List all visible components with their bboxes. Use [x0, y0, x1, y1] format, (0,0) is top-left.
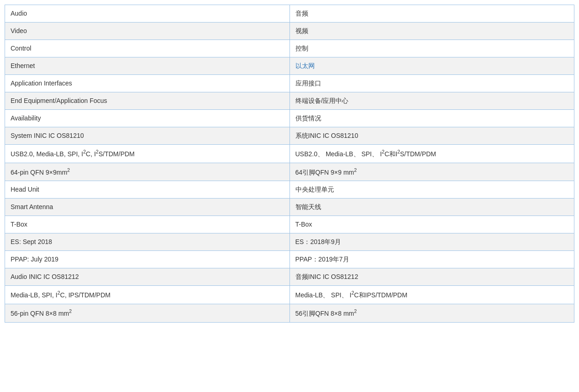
table-row: PPAP: July 2019PPAP：2019年7月	[5, 251, 574, 268]
cell-en: T-Box	[5, 216, 290, 233]
cell-zh: T-Box	[290, 216, 574, 233]
table-row: 56-pin QFN 8×8 mm256引脚QFN 8×8 mm2	[5, 304, 574, 322]
table-row: USB2.0, Media-LB, SPI, I2C, I2S/TDM/PDMU…	[5, 145, 574, 163]
cell-en: Availability	[5, 110, 290, 127]
cell-zh: USB2.0、 Media-LB、 SPI、 I2C和I2S/TDM/PDM	[290, 145, 574, 163]
table-row: Audio音频	[5, 5, 574, 23]
table-row: Head Unit中央处理单元	[5, 181, 574, 199]
table-row: Smart Antenna智能天线	[5, 199, 574, 216]
cell-zh: 64引脚QFN 9×9 mm2	[290, 163, 574, 181]
table-row: Application Interfaces应用接口	[5, 75, 574, 92]
table-row: T-BoxT-Box	[5, 216, 574, 233]
cell-en: PPAP: July 2019	[5, 251, 290, 268]
cell-zh: 应用接口	[290, 75, 574, 92]
cell-zh: 供货情况	[290, 110, 574, 127]
cell-en: 56-pin QFN 8×8 mm2	[5, 304, 290, 322]
table-row: 64-pin QFN 9×9mm264引脚QFN 9×9 mm2	[5, 163, 574, 181]
cell-en: Audio	[5, 5, 290, 23]
main-table-container: Audio音频Video视频Control控制Ethernet以太网Applic…	[5, 5, 574, 323]
table-row: Media-LB, SPI, I2C, IPS/TDM/PDMMedia-LB、…	[5, 286, 574, 304]
cell-zh: PPAP：2019年7月	[290, 251, 574, 268]
cell-en: Application Interfaces	[5, 75, 290, 92]
cell-en: Head Unit	[5, 181, 290, 199]
cell-en: Media-LB, SPI, I2C, IPS/TDM/PDM	[5, 286, 290, 304]
cell-en: 64-pin QFN 9×9mm2	[5, 163, 290, 181]
table-row: Ethernet以太网	[5, 57, 574, 75]
cell-zh: Media-LB、 SPI、 I2C和IPS/TDM/PDM	[290, 286, 574, 304]
cell-zh: 智能天线	[290, 199, 574, 216]
data-table: Audio音频Video视频Control控制Ethernet以太网Applic…	[5, 5, 574, 323]
cell-en: USB2.0, Media-LB, SPI, I2C, I2S/TDM/PDM	[5, 145, 290, 163]
cell-en: End Equipment/Application Focus	[5, 92, 290, 110]
cell-en: Ethernet	[5, 57, 290, 75]
table-row: Video视频	[5, 23, 574, 40]
table-row: Audio INIC IC OS81212音频INIC IC OS81212	[5, 268, 574, 286]
cell-zh: 56引脚QFN 8×8 mm2	[290, 304, 574, 322]
table-row: System INIC IC OS81210系统INIC IC OS81210	[5, 127, 574, 145]
table-row: Control控制	[5, 40, 574, 57]
table-row: Availability供货情况	[5, 110, 574, 127]
cell-en: Audio INIC IC OS81212	[5, 268, 290, 286]
cell-zh: 终端设备/应用中心	[290, 92, 574, 110]
cell-zh: 音频	[290, 5, 574, 23]
cell-zh: ES：2018年9月	[290, 233, 574, 251]
table-row: ES: Sept 2018ES：2018年9月	[5, 233, 574, 251]
cell-en: Video	[5, 23, 290, 40]
cell-zh: 视频	[290, 23, 574, 40]
cell-en: ES: Sept 2018	[5, 233, 290, 251]
cell-en: Smart Antenna	[5, 199, 290, 216]
cell-zh: 控制	[290, 40, 574, 57]
cell-zh: 中央处理单元	[290, 181, 574, 199]
cell-zh: 以太网	[290, 57, 574, 75]
table-row: End Equipment/Application Focus终端设备/应用中心	[5, 92, 574, 110]
cell-zh: 系统INIC IC OS81210	[290, 127, 574, 145]
cell-zh: 音频INIC IC OS81212	[290, 268, 574, 286]
cell-en: System INIC IC OS81210	[5, 127, 290, 145]
cell-en: Control	[5, 40, 290, 57]
